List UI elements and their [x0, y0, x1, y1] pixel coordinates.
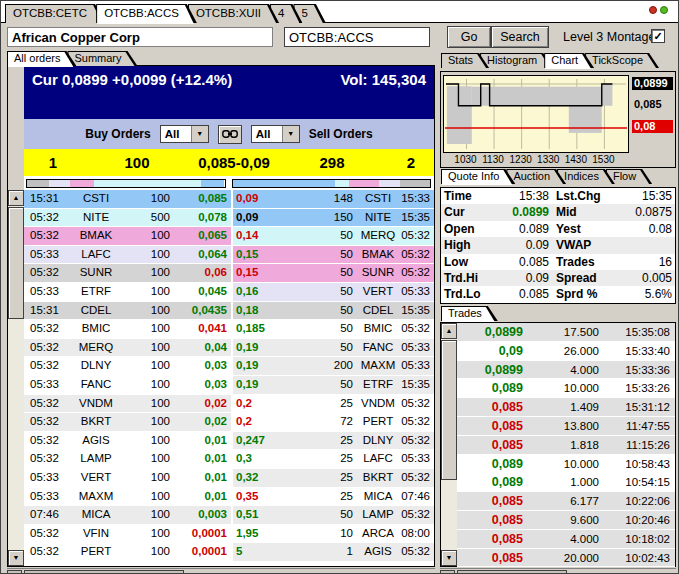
hscroll-thumb[interactable]: [24, 570, 184, 574]
sell-order-row[interactable]: 0,325LAFC05:33: [233, 450, 434, 469]
trade-row[interactable]: 0,08910.00015:33:26: [457, 379, 675, 398]
buy-order-row[interactable]: 05:32PERT1000,0001: [24, 543, 231, 562]
scroll-down-icon[interactable]: ▼: [8, 550, 24, 566]
orderbook-scrollbar[interactable]: ▲ ▼: [8, 190, 24, 566]
sell-order-row[interactable]: 0,272PERT05:32: [233, 413, 434, 432]
trade-row[interactable]: 0,08520.00010:02:43: [457, 549, 675, 568]
trade-row[interactable]: 0,08513.80011:47:55: [457, 417, 675, 436]
buy-order-row[interactable]: 15:31CDEL1000,0435: [24, 302, 231, 321]
buy-order-row[interactable]: 05:32MERQ1000,04: [24, 339, 231, 358]
orderbook-hscrollbar[interactable]: [7, 568, 435, 574]
bid-price: 0,003: [176, 506, 231, 524]
trade-row[interactable]: 0,0851.81811:15:26: [457, 436, 675, 455]
sell-order-row[interactable]: 0,1450MERQ05:32: [233, 227, 434, 246]
link-filters-button[interactable]: [218, 125, 242, 144]
scroll-left-button[interactable]: [7, 570, 22, 574]
symbol-tab-otcbb-xuii[interactable]: OTCBB:XUII: [188, 4, 279, 23]
tab-histogram[interactable]: Histogram: [480, 53, 553, 68]
trades-hscrollbar[interactable]: [440, 568, 676, 574]
symbol-input[interactable]: [284, 27, 430, 47]
hscroll-thumb[interactable]: [457, 570, 567, 574]
buy-order-row[interactable]: 07:46MICA1000,003: [24, 506, 231, 525]
trade-row[interactable]: 0,08910.00010:58:43: [457, 455, 675, 474]
buy-order-row[interactable]: 05:32NITE5000,078: [24, 209, 231, 228]
buy-order-row[interactable]: 05:32DLNY1000,03: [24, 357, 231, 376]
sell-order-row[interactable]: 1,9510ARCA08:00: [233, 525, 434, 544]
sell-order-row[interactable]: 0,24725DLNY05:32: [233, 432, 434, 451]
order-size: 25: [293, 395, 355, 413]
symbol-tab-otcbb-accs[interactable]: OTCBB:ACCS: [96, 4, 197, 23]
sell-order-row[interactable]: 0,09150NITE15:35: [233, 209, 434, 228]
chevron-down-icon[interactable]: ▼: [282, 126, 299, 142]
buy-order-row[interactable]: 05:33MAXM1000,01: [24, 488, 231, 507]
sell-order-row[interactable]: 0,09148CSTI15:33: [233, 190, 434, 209]
buy-filter-dropdown[interactable]: All ▼: [160, 125, 209, 143]
sell-order-row[interactable]: 0,3225BKRT05:32: [233, 469, 434, 488]
buy-order-row[interactable]: 05:33FANC1000,03: [24, 376, 231, 395]
trade-row[interactable]: 0,08994.00015:33:36: [457, 361, 675, 380]
go-button[interactable]: Go: [447, 26, 491, 48]
sell-order-row[interactable]: 0,1650VERT05:33: [233, 283, 434, 302]
scroll-up-icon[interactable]: ▲: [8, 190, 24, 206]
trade-row[interactable]: 0,0856.17710:22:06: [457, 492, 675, 511]
trade-row[interactable]: 0,0926.00015:33:40: [457, 342, 675, 361]
tab-chart[interactable]: Chart: [544, 53, 594, 68]
ask-price: 0,2: [233, 413, 293, 431]
sell-order-row[interactable]: 0,5150LAMP05:32: [233, 506, 434, 525]
sell-order-row[interactable]: 0,18550BMIC05:32: [233, 320, 434, 339]
tab-summary[interactable]: Summary: [67, 51, 137, 66]
buy-order-row[interactable]: 05:32SUNR1000,06: [24, 264, 231, 283]
buy-order-row[interactable]: 05:33LAFC1000,064: [24, 246, 231, 265]
search-button[interactable]: Search: [491, 26, 549, 48]
tab-stats[interactable]: Stats: [441, 53, 489, 68]
buy-order-row[interactable]: 15:31CSTI1000,085: [24, 190, 231, 209]
sell-order-row[interactable]: 0,19200MAXM05:33: [233, 357, 434, 376]
trading-montage-window: OTCBB:CETCOTCBB:ACCSOTCBB:XUII45 African…: [0, 0, 679, 574]
buy-order-row[interactable]: 05:32BMAK1000,065: [24, 227, 231, 246]
trade-row[interactable]: 0,089917.50015:35:08: [457, 323, 675, 342]
trade-row[interactable]: 0,0859.60010:20:46: [457, 511, 675, 530]
scroll-left-button[interactable]: [440, 570, 455, 574]
market-maker-id: LAFC: [68, 246, 124, 264]
sell-order-row[interactable]: 0,1850CDEL15:35: [233, 302, 434, 321]
trade-row[interactable]: 0,0854.00010:18:02: [457, 530, 675, 549]
sell-order-row[interactable]: 0,1550BMAK05:32: [233, 246, 434, 265]
scroll-down-icon[interactable]: ▼: [441, 550, 457, 566]
level3-montage-checkbox[interactable]: ✓: [651, 29, 665, 43]
trade-row[interactable]: 0,0891.00010:54:15: [457, 473, 675, 492]
orderbook-panel: ▲ ▼ Cur 0,0899 +0,0099 (+12.4%) Vol: 145…: [7, 65, 435, 567]
sell-order-row[interactable]: 0,3525MICA07:46: [233, 488, 434, 507]
bid-price: 0,085: [176, 190, 231, 208]
orderbook-scroll-thumb[interactable]: [8, 207, 24, 319]
tab-trades[interactable]: Trades: [441, 306, 498, 321]
sell-order-row[interactable]: 0,1950ETRF15:35: [233, 376, 434, 395]
chevron-down-icon[interactable]: ▼: [191, 126, 208, 142]
trades-scroll-thumb[interactable]: [441, 340, 457, 480]
buy-order-row[interactable]: 05:32BKRT1000,02: [24, 413, 231, 432]
buy-order-row[interactable]: 05:32VNDM1000,02: [24, 395, 231, 414]
chart-x-label: 1230: [506, 154, 536, 165]
symbol-tab-otcbb-cetc[interactable]: OTCBB:CETC: [5, 4, 105, 23]
tab-quote-info[interactable]: Quote Info: [441, 169, 515, 184]
tab-tickscope[interactable]: TickScope: [585, 53, 659, 68]
trade-row[interactable]: 0,0851.40915:31:12: [457, 398, 675, 417]
scroll-up-icon[interactable]: ▲: [441, 323, 457, 339]
symbol-tab-strip: OTCBB:CETCOTCBB:ACCSOTCBB:XUII45: [1, 1, 678, 23]
sell-order-row[interactable]: 51AGIS05:32: [233, 543, 434, 562]
buy-order-row[interactable]: 05:32AGIS1000,01: [24, 432, 231, 451]
buy-order-row[interactable]: 05:32BMIC1000,041: [24, 320, 231, 339]
order-time: 05:32: [24, 264, 68, 282]
sell-filter-dropdown[interactable]: All ▼: [251, 125, 300, 143]
sell-order-row[interactable]: 0,225VNDM05:32: [233, 395, 434, 414]
order-size: 50: [293, 264, 355, 282]
buy-order-row[interactable]: 05:32VFIN1000,0001: [24, 525, 231, 544]
market-maker-id: SUNR: [68, 264, 124, 282]
buy-order-row[interactable]: 05:33VERT1000,01: [24, 469, 231, 488]
sell-order-row[interactable]: 0,1950FANC05:33: [233, 339, 434, 358]
buy-order-row[interactable]: 05:33ETRF1000,045: [24, 283, 231, 302]
trades-scrollbar[interactable]: ▲ ▼: [441, 323, 457, 566]
sell-order-row[interactable]: 0,1550SUNR05:32: [233, 264, 434, 283]
trade-price: 0,085: [457, 549, 523, 567]
buy-order-row[interactable]: 05:32LAMP1000,01: [24, 450, 231, 469]
tab-all-orders[interactable]: All orders: [7, 51, 76, 66]
